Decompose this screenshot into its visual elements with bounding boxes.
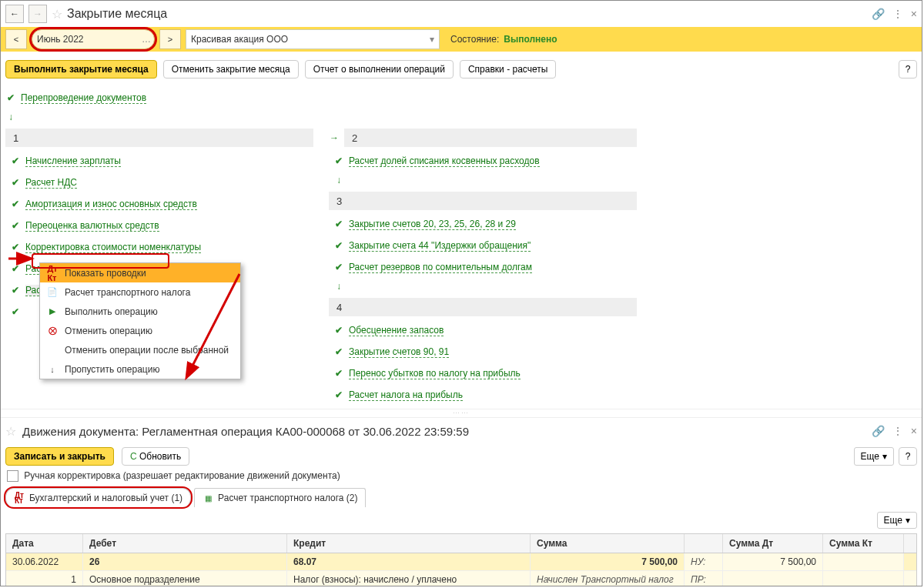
- col-sum-dt[interactable]: Сумма Дт: [723, 534, 823, 553]
- action-button-row: Выполнить закрытие месяца Отменить закры…: [1, 52, 922, 87]
- ctx-skip[interactable]: ↓Пропустить операцию: [40, 359, 240, 379]
- period-prev-button[interactable]: <: [5, 29, 27, 49]
- period-selector-bar: < Июнь 2022 … > Красивая акация ООО ▾ Со…: [1, 27, 922, 52]
- debit-credit-icon: ДтКт: [46, 267, 59, 279]
- tab-transport-tax[interactable]: ▦Расчет транспортного налога (2): [194, 488, 366, 507]
- cell-sum: Начислен Транспортный налог за 2 квартал…: [531, 571, 685, 586]
- op-close-90-91-link[interactable]: Закрытие счетов 90, 91: [349, 346, 449, 358]
- refresh-button[interactable]: С Обновить: [122, 447, 189, 466]
- save-close-button[interactable]: Записать и закрыть: [5, 447, 114, 466]
- col-date[interactable]: Дата: [6, 534, 83, 553]
- period-value: Июнь 2022: [37, 34, 84, 45]
- ctx-cancel-after[interactable]: Отменить операции после выбранной: [40, 340, 240, 359]
- ctx-item-label: Пропустить операцию: [65, 364, 159, 375]
- op-inventory-impair-link[interactable]: Обесценение запасов: [349, 325, 444, 336]
- organization-value: Красивая акация ООО: [191, 34, 288, 45]
- grid-icon: ▦: [203, 493, 213, 503]
- link-icon[interactable]: 🔗: [872, 425, 885, 437]
- tab-label: Бухгалтерский и налоговый учет (1): [29, 493, 182, 503]
- ctx-cancel[interactable]: ⨂Отменить операцию: [40, 321, 240, 340]
- check-icon: ✔: [10, 263, 21, 274]
- ctx-show-entries[interactable]: ДтКтПоказать проводки: [40, 263, 240, 282]
- table-row[interactable]: 1 Основное подразделение Налог (взносы):…: [6, 571, 916, 586]
- run-month-close-button[interactable]: Выполнить закрытие месяца: [5, 60, 157, 79]
- refresh-label: Обновить: [139, 451, 181, 462]
- manual-edit-checkbox[interactable]: [7, 470, 18, 482]
- op-vat-link[interactable]: Расчет НДС: [25, 177, 77, 189]
- check-icon: ✔: [10, 285, 21, 296]
- nav-forward-button[interactable]: →: [28, 5, 47, 23]
- skip-icon: ↓: [46, 363, 59, 376]
- check-icon: ✔: [10, 306, 21, 317]
- close-icon[interactable]: ×: [911, 8, 917, 20]
- stage-header-1: 1: [5, 129, 313, 147]
- cancel-icon: ⨂: [46, 325, 59, 337]
- state-label: Состояние:: [450, 34, 499, 45]
- cancel-month-close-button[interactable]: Отменить закрытие месяца: [163, 60, 299, 79]
- op-close-account-44-link[interactable]: Закрытие счета 44 "Издержки обращения": [349, 240, 531, 252]
- check-icon: ✔: [333, 155, 344, 166]
- col-sum[interactable]: Сумма: [531, 534, 685, 553]
- period-picker-icon[interactable]: …: [142, 34, 151, 45]
- refresh-icon: С: [130, 451, 137, 462]
- ctx-item-label: Выполнить операцию: [65, 306, 158, 317]
- document-icon: 📄: [46, 286, 59, 299]
- check-icon: ✔: [333, 219, 344, 229]
- page-title: Закрытие месяца: [67, 7, 167, 21]
- lower-page-title: Движения документа: Регламентная операци…: [22, 425, 469, 438]
- tab-accounting[interactable]: ДтКтБухгалтерский и налоговый учет (1): [5, 488, 191, 507]
- accounting-table: Дата Дебет Кредит Сумма Сумма Дт Сумма К…: [5, 533, 917, 586]
- reprocess-documents-link[interactable]: Перепроведение документов: [21, 92, 146, 104]
- kebab-menu-icon[interactable]: ⋮: [892, 425, 903, 437]
- arrow-right-icon: →: [329, 132, 340, 143]
- op-depreciation-link[interactable]: Амортизация и износ основных средств: [25, 199, 197, 210]
- help-button-2[interactable]: ?: [899, 447, 917, 466]
- check-icon: ✔: [10, 155, 21, 166]
- table-more-button[interactable]: Еще▾: [877, 512, 917, 529]
- kebab-menu-icon[interactable]: ⋮: [892, 8, 903, 20]
- col-sum-kt[interactable]: Сумма Кт: [823, 534, 904, 553]
- arrow-down-icon: ↓: [333, 281, 344, 292]
- top-title-bar: ← → ☆ Закрытие месяца 🔗 ⋮ ×: [1, 1, 922, 27]
- nav-back-button[interactable]: ←: [5, 5, 24, 23]
- op-doubt-reserve-link[interactable]: Расчет резервов по сомнительным долгам: [349, 262, 532, 273]
- favorite-star-icon[interactable]: ☆: [52, 7, 62, 22]
- period-input[interactable]: Июнь 2022 …: [32, 29, 155, 49]
- cell-sum: 7 500,00: [531, 553, 685, 570]
- ctx-item-label: Показать проводки: [65, 268, 146, 279]
- period-next-button[interactable]: >: [159, 29, 181, 49]
- manual-edit-row: Ручная корректировка (разрешает редактир…: [1, 469, 922, 483]
- help-button[interactable]: ?: [899, 60, 917, 79]
- play-icon: ▶: [46, 306, 59, 318]
- arrow-down-icon: ↓: [333, 175, 344, 185]
- cell-credit: Налог (взносы): начислено / уплачено: [287, 571, 531, 586]
- op-payroll-link[interactable]: Начисление зарплаты: [25, 155, 121, 167]
- op-loss-carry-link[interactable]: Перенос убытков по налогу на прибыль: [349, 368, 521, 379]
- col-credit[interactable]: Кредит: [287, 534, 531, 553]
- favorite-star-icon[interactable]: ☆: [5, 424, 16, 439]
- op-indirect-costs-link[interactable]: Расчет долей списания косвенных расходов: [349, 155, 540, 167]
- table-row[interactable]: 30.06.2022 26 68.07 7 500,00 НУ: 7 500,0…: [6, 553, 916, 571]
- col-debit[interactable]: Дебет: [83, 534, 287, 553]
- operations-report-button[interactable]: Отчет о выполнении операций: [305, 60, 454, 79]
- link-icon[interactable]: 🔗: [872, 8, 885, 20]
- check-icon: ✔: [333, 240, 344, 251]
- ctx-execute[interactable]: ▶Выполнить операцию: [40, 302, 240, 321]
- op-nomenclature-cost-link[interactable]: Корректировка стоимости номенклатуры: [25, 242, 201, 253]
- reference-calculations-button[interactable]: Справки - расчеты: [460, 60, 556, 79]
- op-currency-reval-link[interactable]: Переоценка валютных средств: [25, 220, 159, 232]
- chevron-down-icon: ▾: [906, 515, 910, 526]
- ctx-item-label: Расчет транспортного налога: [65, 287, 190, 298]
- arrow-down-icon: ↓: [5, 112, 16, 122]
- cell-lab: ПР:: [685, 571, 723, 586]
- close-icon[interactable]: ×: [911, 425, 917, 437]
- more-button[interactable]: Еще▾: [854, 447, 894, 466]
- lower-button-row: Записать и закрыть С Обновить Еще▾ ?: [1, 444, 922, 469]
- cell-debit: 26: [83, 553, 287, 570]
- organization-select[interactable]: Красивая акация ООО ▾: [186, 29, 440, 49]
- op-close-accounts-20-link[interactable]: Закрытие счетов 20, 23, 25, 26, 28 и 29: [349, 219, 516, 230]
- state-value: Выполнено: [504, 34, 557, 45]
- ctx-transport-tax[interactable]: 📄Расчет транспортного налога: [40, 282, 240, 302]
- op-profit-tax-link[interactable]: Расчет налога на прибыль: [349, 389, 463, 401]
- splitter-handle[interactable]: ⋯⋯: [1, 409, 922, 418]
